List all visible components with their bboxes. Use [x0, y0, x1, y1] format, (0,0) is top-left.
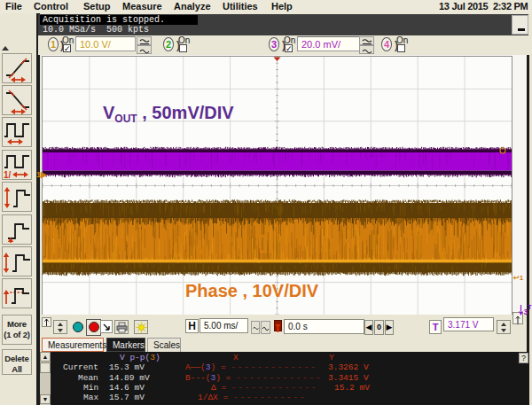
svg-text:T: T: [528, 304, 532, 310]
svg-text:1/: 1/: [4, 170, 12, 179]
